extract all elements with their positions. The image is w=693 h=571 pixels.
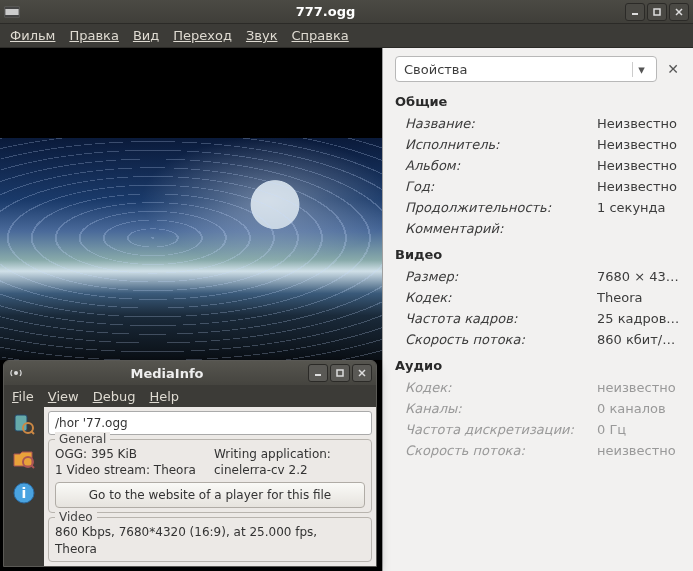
mediainfo-menu-bar: File View Debug Help bbox=[4, 385, 376, 407]
maximize-button[interactable] bbox=[647, 3, 667, 21]
prop-row-year: Год:Неизвестно bbox=[395, 176, 681, 197]
svg-point-7 bbox=[14, 371, 18, 375]
mi-menu-help[interactable]: Help bbox=[149, 389, 179, 404]
broadcast-icon bbox=[8, 365, 24, 381]
window-title: 777.ogg bbox=[26, 4, 625, 19]
file-search-icon[interactable] bbox=[10, 411, 38, 439]
prop-row-artist: Исполнитель:Неизвестно bbox=[395, 134, 681, 155]
menu-film[interactable]: Фильм bbox=[10, 28, 55, 43]
minimize-button[interactable] bbox=[625, 3, 645, 21]
properties-combo-label: Свойства bbox=[404, 62, 632, 77]
video-frame bbox=[0, 138, 382, 360]
prop-row-framerate: Частота кадров:25 кадров… bbox=[395, 308, 681, 329]
properties-close-button[interactable]: ✕ bbox=[665, 61, 681, 77]
properties-combo[interactable]: Свойства ▾ bbox=[395, 56, 657, 82]
prop-row-codec: Кодек:Theora bbox=[395, 287, 681, 308]
close-button[interactable] bbox=[669, 3, 689, 21]
menu-edit[interactable]: Правка bbox=[69, 28, 118, 43]
mi-general-right1: Writing application: bbox=[214, 446, 365, 462]
prop-row-bitrate: Скорость потока:860 кбит/… bbox=[395, 329, 681, 350]
svg-line-16 bbox=[31, 465, 34, 468]
svg-line-14 bbox=[31, 431, 34, 434]
mediainfo-general-title: General bbox=[55, 432, 110, 446]
folder-search-icon[interactable] bbox=[10, 445, 38, 473]
mi-menu-debug[interactable]: Debug bbox=[93, 389, 136, 404]
mi-general-left2: 1 Video stream: Theora bbox=[55, 462, 206, 478]
mediainfo-main: /hor '77.ogg General OGG: 395 KiB 1 Vide… bbox=[44, 407, 376, 566]
svg-rect-4 bbox=[654, 9, 660, 15]
prop-row-channels: Каналы:0 каналов bbox=[395, 398, 681, 419]
section-general-title: Общие bbox=[395, 94, 681, 109]
menu-help[interactable]: Справка bbox=[291, 28, 348, 43]
svg-rect-1 bbox=[5, 7, 19, 9]
svg-rect-2 bbox=[5, 15, 19, 17]
menu-go[interactable]: Переход bbox=[173, 28, 232, 43]
mediainfo-close-button[interactable] bbox=[352, 364, 372, 382]
mediainfo-title: MediaInfo bbox=[28, 366, 306, 381]
app-icon bbox=[4, 4, 20, 20]
prop-row-audio-codec: Кодек:неизвестно bbox=[395, 377, 681, 398]
mediainfo-titlebar[interactable]: MediaInfo bbox=[4, 361, 376, 385]
prop-row-samplerate: Частота дискретизации:0 Гц bbox=[395, 419, 681, 440]
video-letterbox-top bbox=[0, 48, 382, 138]
mediainfo-maximize-button[interactable] bbox=[330, 364, 350, 382]
prop-row-audio-bitrate: Скорость потока:неизвестно bbox=[395, 440, 681, 461]
mediainfo-minimize-button[interactable] bbox=[308, 364, 328, 382]
mi-video-line2: Theora bbox=[55, 541, 365, 557]
section-audio-title: Аудио bbox=[395, 358, 681, 373]
mi-general-left1: OGG: 395 KiB bbox=[55, 446, 206, 462]
menu-view[interactable]: Вид bbox=[133, 28, 159, 43]
mediainfo-general-group: General OGG: 395 KiB 1 Video stream: The… bbox=[48, 439, 372, 513]
prop-row-comment: Комментарий: bbox=[395, 218, 681, 239]
mi-menu-file[interactable]: File bbox=[12, 389, 34, 404]
mediainfo-window: MediaInfo File View Debug Help i /hor '7… bbox=[3, 360, 377, 567]
properties-panel: Свойства ▾ ✕ Общие Название:Неизвестно И… bbox=[382, 48, 693, 571]
mediainfo-video-title: Video bbox=[55, 510, 97, 524]
mediainfo-sidebar: i bbox=[4, 407, 44, 566]
chevron-down-icon: ▾ bbox=[632, 62, 650, 77]
svg-rect-9 bbox=[337, 370, 343, 376]
mi-menu-view[interactable]: View bbox=[48, 389, 79, 404]
mi-video-line1: 860 Kbps, 7680*4320 (16:9), at 25.000 fp… bbox=[55, 524, 365, 540]
main-window-titlebar: 777.ogg bbox=[0, 0, 693, 24]
section-video-title: Видео bbox=[395, 247, 681, 262]
mi-general-right2: cinelerra-cv 2.2 bbox=[214, 462, 365, 478]
mediainfo-video-group: Video 860 Kbps, 7680*4320 (16:9), at 25.… bbox=[48, 517, 372, 561]
prop-row-dimensions: Размер:7680 × 4320 bbox=[395, 266, 681, 287]
prop-row-title: Название:Неизвестно bbox=[395, 113, 681, 134]
prop-row-album: Альбом:Неизвестно bbox=[395, 155, 681, 176]
main-menu-bar: Фильм Правка Вид Переход Звук Справка bbox=[0, 24, 693, 48]
prop-row-duration: Продолжительность:1 секунда bbox=[395, 197, 681, 218]
menu-sound[interactable]: Звук bbox=[246, 28, 278, 43]
svg-text:i: i bbox=[22, 485, 27, 501]
player-website-button[interactable]: Go to the website of a player for this f… bbox=[55, 482, 365, 508]
info-icon[interactable]: i bbox=[10, 479, 38, 507]
